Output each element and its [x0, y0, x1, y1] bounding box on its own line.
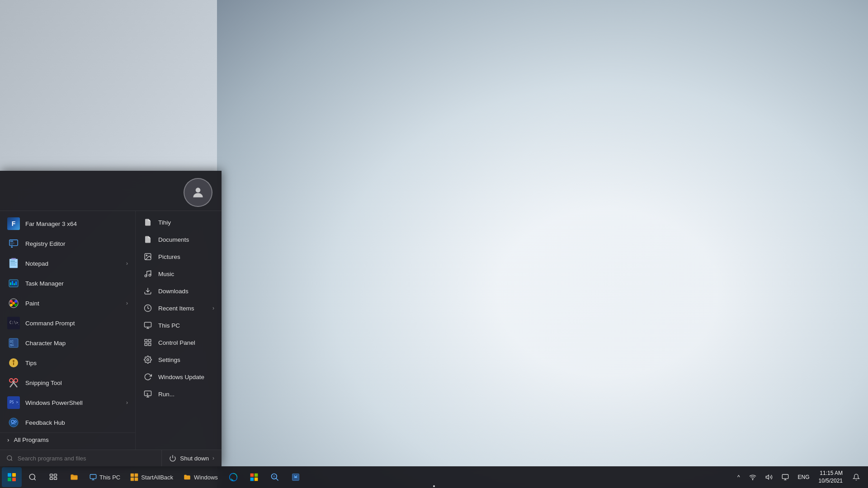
snipping-tool-icon: [7, 376, 20, 389]
right-item-this-pc[interactable]: This PC: [136, 317, 222, 334]
menu-item-far-manager[interactable]: F Far Manager 3 x64: [0, 214, 135, 234]
svg-text:C:\>_: C:\>_: [9, 321, 19, 325]
run-icon: [143, 389, 153, 399]
start-button[interactable]: [2, 467, 22, 487]
search-app-button[interactable]: [265, 467, 285, 487]
app-icon: [291, 473, 300, 482]
svg-point-0: [196, 188, 201, 192]
file-explorer-button[interactable]: [64, 467, 84, 487]
network-icon: [749, 474, 756, 481]
svg-rect-75: [255, 474, 258, 477]
svg-rect-13: [12, 281, 13, 285]
hidden-icons-caret: ^: [737, 474, 740, 480]
right-item-documents[interactable]: Documents: [136, 231, 222, 248]
startallback-taskbar-button[interactable]: StartAllBack: [126, 467, 178, 487]
windows-update-label: Windows Update: [158, 374, 204, 380]
start-menu: F Far Manager 3 x64: [0, 171, 222, 466]
svg-rect-72: [131, 478, 134, 481]
all-programs-label: All Programs: [14, 436, 49, 443]
taskbar: This PC StartAllBack Windows: [0, 466, 868, 488]
left-column: F Far Manager 3 x64: [0, 211, 136, 450]
taskbar-right: ^: [734, 467, 868, 487]
menu-item-registry-editor[interactable]: Registry Editor: [0, 234, 135, 253]
registry-editor-icon: [7, 237, 20, 250]
svg-rect-71: [135, 474, 138, 477]
all-programs-row[interactable]: › All Programs: [0, 432, 135, 447]
feedback-hub-icon: [7, 416, 20, 429]
hidden-icons-button[interactable]: ^: [734, 472, 744, 482]
volume-icon-button[interactable]: [762, 472, 776, 483]
search-section[interactable]: [0, 450, 162, 466]
right-item-windows-update[interactable]: Windows Update: [136, 368, 222, 385]
music-label: Music: [158, 271, 174, 277]
menu-item-command-prompt[interactable]: C:\>_ Command Prompt: [0, 313, 135, 333]
language-button[interactable]: ENG: [794, 472, 813, 482]
right-item-pictures[interactable]: Pictures: [136, 248, 222, 265]
svg-rect-10: [11, 258, 16, 259]
taskbar-left: This PC StartAllBack Windows: [0, 467, 306, 487]
far-manager-icon: F: [7, 217, 20, 230]
user-avatar[interactable]: [184, 178, 212, 207]
this-pc-taskbar-button[interactable]: This PC: [85, 467, 125, 487]
tihiy-icon: [143, 217, 153, 227]
windows-folder-button[interactable]: Windows: [179, 467, 222, 487]
svg-point-54: [147, 359, 149, 361]
powershell-label: Windows PowerShell: [25, 399, 83, 406]
this-pc-icon: [143, 320, 153, 330]
menu-item-snipping-tool[interactable]: Snipping Tool: [0, 373, 135, 393]
svg-point-28: [13, 360, 14, 362]
notification-button[interactable]: [848, 467, 864, 487]
this-pc-taskbar-label: This PC: [99, 474, 120, 481]
right-item-control-panel[interactable]: Control Panel: [136, 334, 222, 351]
svg-rect-53: [145, 343, 147, 346]
menu-item-tips[interactable]: Tips: [0, 353, 135, 373]
right-item-downloads[interactable]: Downloads: [136, 282, 222, 300]
menu-item-task-manager[interactable]: Task Manager: [0, 273, 135, 293]
svg-rect-12: [10, 282, 11, 285]
right-item-run[interactable]: Run...: [136, 385, 222, 403]
task-view-icon: [49, 473, 57, 481]
display-icon-button[interactable]: [778, 472, 793, 483]
clock[interactable]: 11:15 AM 10/5/2021: [815, 468, 846, 487]
search-app-icon: [270, 473, 279, 482]
svg-rect-4: [10, 244, 13, 244]
svg-rect-47: [145, 322, 151, 327]
user-area: [0, 171, 222, 211]
right-item-settings[interactable]: Settings: [136, 351, 222, 368]
search-input[interactable]: [18, 455, 155, 462]
taskbar-search-button[interactable]: [23, 467, 42, 487]
notepad-arrow: ›: [126, 260, 128, 267]
menu-item-feedback-hub[interactable]: Feedback Hub: [0, 413, 135, 432]
clock-time: 11:15 AM: [819, 469, 843, 477]
right-item-tihiy[interactable]: Tihiy: [136, 214, 222, 231]
right-item-music[interactable]: Music: [136, 265, 222, 282]
menu-item-powershell[interactable]: PS >_ Windows PowerShell ›: [0, 393, 135, 413]
right-item-recent-items[interactable]: Recent Items ›: [136, 300, 222, 317]
svg-point-80: [273, 475, 275, 478]
music-icon: [143, 269, 153, 279]
shutdown-section[interactable]: Shut down ›: [162, 450, 222, 466]
app-button[interactable]: [286, 467, 306, 487]
startallback-icon: [130, 473, 138, 481]
edge-button[interactable]: [223, 467, 243, 487]
svg-point-82: [752, 479, 753, 480]
menu-item-notepad[interactable]: Notepad ›: [0, 253, 135, 273]
menu-item-character-map[interactable]: Ω∑ π∞ Character Map: [0, 333, 135, 353]
menu-item-paint[interactable]: Paint ›: [0, 293, 135, 313]
control-panel-label: Control Panel: [158, 339, 195, 346]
svg-rect-3: [10, 243, 14, 243]
svg-point-61: [29, 474, 35, 479]
windows-logo-icon: [8, 473, 16, 481]
network-icon-button[interactable]: [745, 472, 760, 483]
task-view-button[interactable]: [43, 467, 63, 487]
microsoft-store-button[interactable]: [244, 467, 264, 487]
right-column: Tihiy Documents: [136, 211, 222, 450]
svg-rect-64: [54, 474, 57, 476]
shutdown-icon: [169, 455, 176, 462]
svg-point-42: [146, 255, 147, 256]
paint-label: Paint: [25, 300, 39, 307]
settings-icon: [143, 355, 153, 365]
svg-point-19: [10, 304, 13, 306]
svg-marker-83: [766, 475, 769, 479]
tips-icon: [7, 357, 20, 369]
